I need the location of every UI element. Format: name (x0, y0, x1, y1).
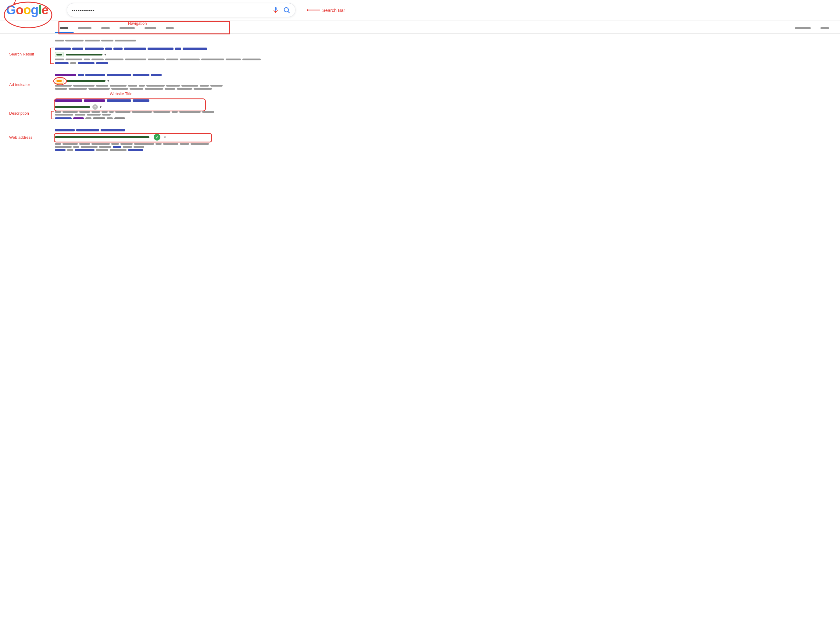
logo-wrapper: Logo Google (6, 4, 49, 16)
web-address-annotation: Web address (9, 135, 32, 140)
result-3-url-row: ? ▾ (55, 104, 268, 110)
ad-circle (53, 77, 67, 85)
result-4-dropdown[interactable]: ▾ (164, 135, 166, 139)
nav-tab-tools[interactable] (816, 23, 834, 33)
result-1-bracket (49, 47, 54, 64)
checkmark-icon[interactable]: ✓ (154, 134, 160, 140)
result-3-extra[interactable] (55, 118, 268, 119)
stats-line (55, 40, 268, 41)
result-4-title[interactable] (55, 129, 268, 131)
search-icons (272, 7, 290, 14)
search-bar-arrow (305, 7, 320, 14)
result-ad-url-row: ▾ (55, 78, 268, 83)
result-4-url-wrapper: Web address ✓ ▾ (55, 134, 268, 140)
result-3-url[interactable]: ? ▾ (55, 104, 101, 110)
result-4-snippet (55, 143, 268, 151)
search-result-annotation: Search Result (9, 52, 34, 56)
question-icon[interactable]: ? (92, 104, 98, 110)
nav-tabs (55, 20, 834, 33)
result-1-dropdown[interactable]: ▾ (104, 52, 106, 57)
nav-tab-settings[interactable] (790, 23, 816, 33)
result-ad-dropdown[interactable]: ▾ (107, 79, 109, 83)
result-1-url-row: ▾ (55, 52, 268, 57)
search-result-1: Search Result ▾ (55, 47, 268, 64)
nav-tab-all[interactable] (55, 23, 73, 33)
search-input[interactable] (72, 8, 269, 13)
result-1-extra[interactable] (55, 62, 268, 64)
svg-point-8 (54, 77, 67, 85)
search-bar-right-annotation: Search Bar (305, 7, 345, 14)
ad-indicator-annotation: Ad indicator (9, 82, 30, 87)
search-bar-label: Search Bar (322, 8, 345, 13)
result-1-favicon (55, 52, 64, 57)
search-result-3: Website Title ? ▾ Descrip (55, 100, 268, 119)
svg-marker-6 (307, 9, 308, 11)
nav-wrapper: Navigation (0, 20, 840, 34)
nav-tab-maps[interactable] (161, 23, 179, 33)
search-result-ad: Ad indicator ▾ (55, 74, 268, 90)
mic-icon[interactable] (272, 7, 279, 14)
description-annotation: Description (9, 111, 29, 116)
result-1-url[interactable]: ▾ (66, 52, 106, 57)
main-content: Search Result ▾ (0, 34, 274, 167)
result-3-title-wrapper: Website Title (55, 100, 268, 102)
search-bar (67, 3, 295, 17)
result-1-title[interactable] (55, 47, 268, 50)
svg-line-4 (288, 11, 289, 13)
result-3-description-wrapper: Description (55, 111, 268, 119)
search-bar-wrapper: Search Input (67, 3, 295, 17)
header: Logo Google Search Input (0, 0, 840, 20)
website-title-annotation: Website Title (110, 91, 132, 96)
nav-tab-images[interactable] (73, 23, 96, 33)
result-4-url-row: ✓ ▾ (55, 134, 268, 140)
result-4-url[interactable] (55, 136, 149, 138)
result-3-title[interactable] (55, 100, 268, 102)
result-3-snippet (55, 111, 268, 116)
result-3-dropdown[interactable]: ▾ (100, 105, 101, 109)
navigation-annotation: Navigation (128, 21, 147, 26)
search-input-annotation: Search Input (72, 0, 94, 0)
result-ad-title[interactable] (55, 74, 268, 76)
description-bracket (50, 111, 54, 119)
search-result-4: Web address ✓ ▾ (55, 129, 268, 151)
nav-tab-news[interactable] (96, 23, 115, 33)
search-icon[interactable] (283, 7, 290, 14)
result-ad-snippet (55, 85, 268, 90)
result-ad-url[interactable]: ▾ (66, 79, 109, 83)
result-1-snippet (55, 59, 268, 60)
